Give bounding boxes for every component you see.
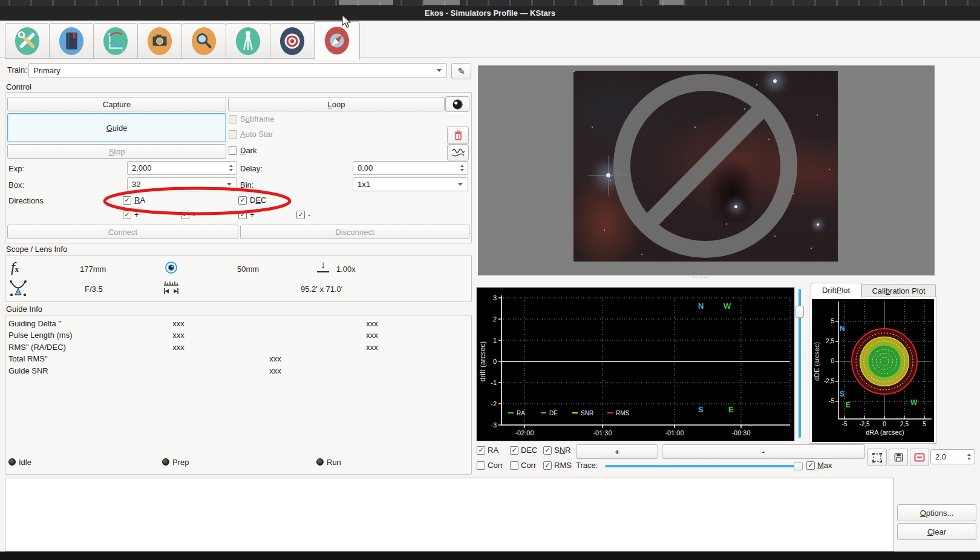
tab-capture[interactable] xyxy=(137,23,182,59)
accuracy-radius-spinbox[interactable]: 2,0 xyxy=(930,449,975,464)
tab-guide[interactable] xyxy=(314,21,360,60)
svg-text:-01:30: -01:30 xyxy=(593,429,612,436)
graph-snr-checkbox[interactable] xyxy=(543,446,552,455)
export-data-button[interactable] xyxy=(889,449,908,466)
svg-text:-01:00: -01:00 xyxy=(665,429,684,436)
fov-value: 95.2' x 71.0' xyxy=(301,285,342,294)
trash-icon xyxy=(454,130,463,140)
dec-corr-label: Corr xyxy=(521,461,536,470)
graph-dec-label: DEC xyxy=(521,446,537,455)
max-checkbox[interactable] xyxy=(806,461,815,470)
ra-direction-checkbox[interactable] xyxy=(123,196,131,205)
autoscale-graphs-button[interactable] xyxy=(867,449,887,466)
tab-focus[interactable] xyxy=(181,23,226,59)
graph-ra-label: RA xyxy=(488,446,498,455)
guide-camera-preview[interactable] xyxy=(478,65,935,275)
wave-icon xyxy=(452,148,465,157)
graph-ra-checkbox[interactable] xyxy=(477,446,485,455)
dec-minus-checkbox[interactable] xyxy=(296,211,305,219)
zoom-in-button[interactable]: + xyxy=(576,444,658,459)
ra-corr-checkbox[interactable] xyxy=(477,461,485,470)
svg-text:-2: -2 xyxy=(491,400,497,407)
zoom-out-button[interactable]: - xyxy=(662,444,865,459)
ra-corr-label: Corr xyxy=(488,461,503,470)
clear-log-button[interactable]: Clear xyxy=(897,523,976,540)
svg-text:-3: -3 xyxy=(491,421,497,429)
dark-checkbox[interactable] xyxy=(229,147,237,155)
magnifier-icon xyxy=(191,26,217,56)
svg-text:dDE (arcsec): dDE (arcsec) xyxy=(813,342,820,381)
train-select[interactable]: Primary xyxy=(28,63,447,78)
rms-checkbox-label: RMS xyxy=(554,461,572,470)
guide-info-groupbox xyxy=(5,315,472,475)
tab-calibration-plot[interactable]: Calibration Plot xyxy=(861,284,936,297)
guide-snr-label: Guide SNR xyxy=(8,366,48,375)
chevron-down-icon xyxy=(458,183,463,186)
dec-corr-checkbox[interactable] xyxy=(510,461,518,470)
guide-graph-button[interactable] xyxy=(447,144,469,160)
ra-plus-checkbox[interactable] xyxy=(123,211,131,219)
svg-text:dRA (arcsec): dRA (arcsec) xyxy=(866,429,904,436)
tab-mount[interactable] xyxy=(226,23,270,59)
options-button[interactable]: Options... xyxy=(897,504,976,521)
drift-zoom-slider[interactable] xyxy=(795,289,804,438)
trace-slider[interactable] xyxy=(605,461,803,471)
tab-align[interactable] xyxy=(270,23,315,59)
dec-direction-checkbox[interactable] xyxy=(238,196,247,205)
ra-minus-checkbox[interactable] xyxy=(181,211,189,219)
live-view-eye-icon xyxy=(452,99,463,110)
calibration-plot-canvas: dDE (arcsec) xyxy=(812,299,934,442)
svg-text:drift (arcsec): drift (arcsec) xyxy=(479,341,487,382)
log-output-area[interactable] xyxy=(5,478,894,552)
exposure-spinbox[interactable]: 2,000 xyxy=(127,161,237,175)
trace-label: Trace: xyxy=(576,461,598,470)
focal-ratio-value: F/3.5 xyxy=(85,285,103,294)
train-label: Train: xyxy=(7,65,27,74)
total-rms-value: xxx xyxy=(248,354,302,363)
delay-spinbox[interactable]: 0,00 xyxy=(353,161,468,175)
tab-setup[interactable] xyxy=(5,23,50,59)
max-label: Max xyxy=(817,461,832,470)
bin-label: Bin: xyxy=(240,180,253,189)
clear-graphs-button[interactable] xyxy=(910,449,929,466)
bin-select[interactable]: 1x1 xyxy=(353,177,468,191)
tab-drift-plot[interactable]: Drift Plot xyxy=(811,283,861,297)
red-minus-icon xyxy=(914,453,925,463)
edit-train-button[interactable]: ✎ xyxy=(451,63,471,79)
capture-button[interactable]: Capture xyxy=(7,97,226,111)
spinner-arrows-icon[interactable] xyxy=(967,453,971,460)
select-region-icon xyxy=(872,452,883,463)
svg-text:DE: DE xyxy=(549,410,558,417)
horizontal-splitter-handle[interactable]: ······ xyxy=(693,274,709,280)
subframe-checkbox[interactable] xyxy=(229,115,237,124)
svg-text:-00:30: -00:30 xyxy=(731,429,750,436)
bottom-edge-strip xyxy=(0,552,980,560)
loop-button[interactable]: Loop xyxy=(228,97,445,111)
tab-analyze[interactable]: Y x xyxy=(93,23,138,59)
exp-label: Exp: xyxy=(8,164,24,173)
disconnect-button[interactable]: Disconnect xyxy=(240,225,469,239)
prep-label: Prep xyxy=(172,458,189,467)
analyze-chart-icon: Y x xyxy=(102,26,129,56)
drift-graph[interactable]: drift (arcsec) 3 2 xyxy=(476,287,795,441)
svg-text:-2,5: -2,5 xyxy=(824,378,835,384)
tab-scheduler[interactable] xyxy=(49,23,94,59)
stop-button[interactable]: Stop xyxy=(7,144,226,159)
run-led xyxy=(316,458,324,466)
rms-checkbox[interactable] xyxy=(543,461,552,470)
box-select[interactable]: 32 xyxy=(127,177,237,191)
aperture-value: 50mm xyxy=(237,265,259,274)
auto-star-checkbox[interactable] xyxy=(229,130,237,139)
spinner-arrows-icon[interactable] xyxy=(229,165,233,171)
guide-button[interactable]: Guide xyxy=(7,113,226,142)
live-view-button[interactable] xyxy=(445,96,469,112)
pulse-length-ra: xxx xyxy=(151,331,206,340)
connect-button[interactable]: Connect xyxy=(7,225,238,239)
dec-plus-checkbox[interactable] xyxy=(238,211,247,219)
spinner-arrows-icon[interactable] xyxy=(460,165,464,171)
slider-handle[interactable] xyxy=(794,462,803,470)
clear-calibration-button[interactable] xyxy=(447,127,469,144)
graph-dec-checkbox[interactable] xyxy=(510,446,518,455)
calibration-target-plot[interactable]: dDE (arcsec) xyxy=(812,299,934,442)
slider-handle[interactable] xyxy=(795,306,804,318)
